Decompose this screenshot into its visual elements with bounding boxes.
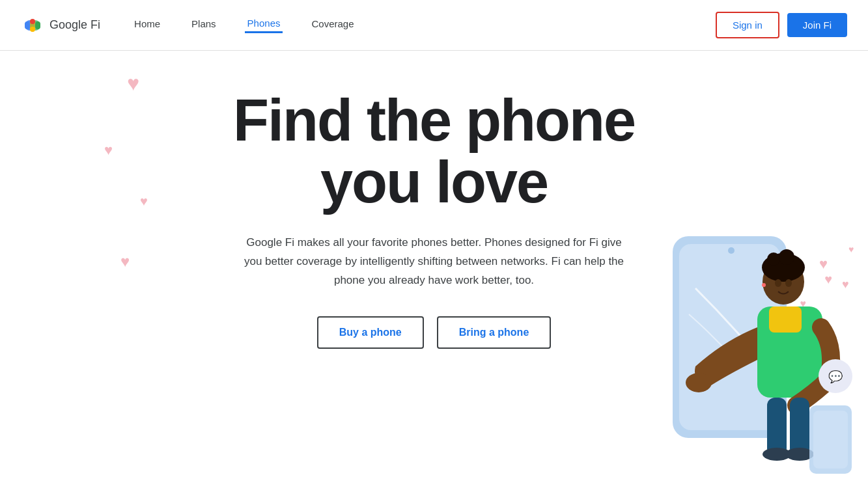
content-area: Find the phone you love Google Fi makes … <box>0 51 868 349</box>
svg-rect-4 <box>35 21 40 29</box>
bring-phone-button[interactable]: Bring a phone <box>437 316 552 349</box>
svg-rect-3 <box>30 19 35 24</box>
nav-home[interactable]: Home <box>132 18 163 32</box>
nav-coverage[interactable]: Coverage <box>309 18 356 32</box>
svg-rect-19 <box>767 398 787 456</box>
main-headline: Find the phone you love <box>233 90 635 213</box>
svg-rect-5 <box>30 27 35 32</box>
svg-point-18 <box>686 373 712 392</box>
svg-rect-2 <box>25 21 30 29</box>
nav-phones[interactable]: Phones <box>245 18 283 33</box>
header-actions: Sign in Join Fi <box>716 12 847 38</box>
logo-text: Google Fi <box>49 18 100 32</box>
google-fi-logo-icon <box>21 14 44 37</box>
buy-phone-button[interactable]: Buy a phone <box>317 316 424 349</box>
main-content: ♥ ♥ ♥ ♥ ♥ ♥ ♥ Find the phone you love Go… <box>0 51 868 490</box>
header: Google Fi Home Plans Phones Coverage Sig… <box>0 0 868 51</box>
nav-plans[interactable]: Plans <box>189 18 219 32</box>
main-nav: Home Plans Phones Coverage <box>132 18 716 33</box>
sign-in-button[interactable]: Sign in <box>716 12 779 38</box>
svg-rect-20 <box>790 398 809 456</box>
logo-area[interactable]: Google Fi <box>21 14 100 37</box>
cta-buttons: Buy a phone Bring a phone <box>317 316 552 349</box>
main-subtext: Google Fi makes all your favorite phones… <box>239 234 630 290</box>
svg-text:💬: 💬 <box>828 370 843 384</box>
join-fi-button[interactable]: Join Fi <box>787 13 847 37</box>
svg-rect-24 <box>813 411 848 469</box>
